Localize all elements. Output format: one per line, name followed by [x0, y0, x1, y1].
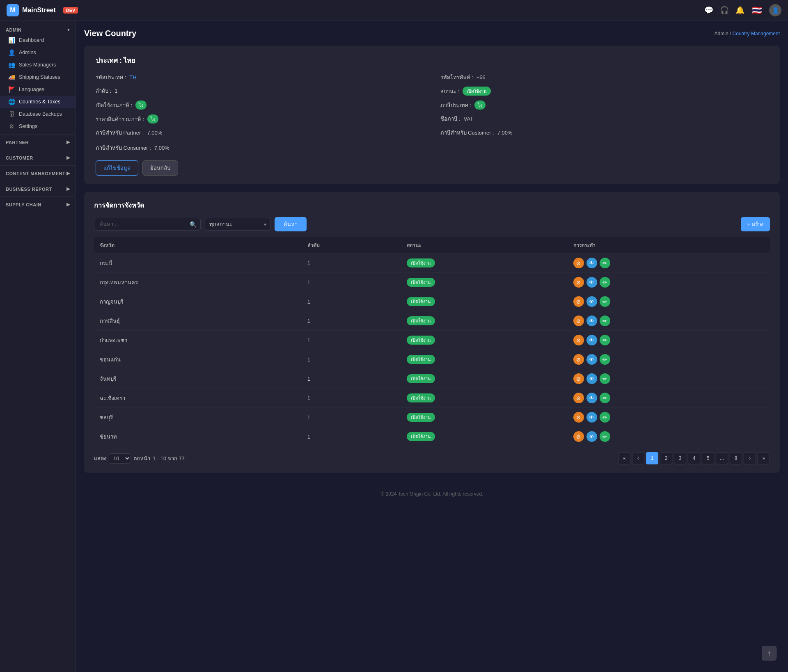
col-action: การกระทำ [568, 237, 770, 254]
edit-button[interactable]: แก้ไขข้อมูล [96, 160, 138, 176]
toggle-action-button[interactable]: ⊘ [573, 315, 584, 326]
table-row: ขอนแก่น 1 เปิดใช้งาน ⊘ 👁 ✏ [94, 350, 770, 369]
sidebar-supply-header[interactable]: SUPPLY CHAIN ▶ [0, 199, 76, 210]
sidebar-partner-header[interactable]: PARTNER ▶ [0, 136, 76, 148]
topnav: M MainStreet DEV 💬 🎧 🔔 🇹🇭 👤 [0, 0, 788, 21]
edit-action-button[interactable]: ✏ [600, 315, 610, 326]
page-btn-4[interactable]: 4 [688, 452, 700, 464]
sidebar-item-languages[interactable]: 🚩 Languages [0, 83, 76, 96]
view-action-button[interactable]: 👁 [586, 373, 597, 384]
per-page-select[interactable]: 10 25 50 [109, 453, 131, 464]
page-btn-1[interactable]: 1 [646, 452, 658, 464]
consumer-tax-value: 7.00% [154, 145, 170, 151]
avatar[interactable]: 👤 [769, 4, 781, 16]
page-next-button[interactable]: › [744, 452, 756, 464]
view-action-button[interactable]: 👁 [586, 393, 597, 403]
tax-enabled-row: เปิดใช้งานภาษี : ไง [96, 101, 424, 110]
page-first-button[interactable]: « [618, 452, 630, 464]
search-button[interactable]: ค้นหา [275, 217, 307, 231]
edit-action-button[interactable]: ✏ [600, 335, 610, 345]
view-action-button[interactable]: 👁 [586, 431, 597, 442]
status-badge: เปิดใช้งาน [463, 87, 491, 96]
sidebar-admin-header[interactable]: ADMIN ▾ [0, 24, 76, 34]
edit-action-button[interactable]: ✏ [600, 393, 610, 403]
province-order: 1 [302, 389, 401, 408]
edit-action-button[interactable]: ✏ [600, 431, 610, 442]
sidebar-item-admins[interactable]: 👤 Admins [0, 46, 76, 59]
language-flag[interactable]: 🇹🇭 [751, 5, 763, 16]
back-button[interactable]: ย้อนกลับ [142, 160, 178, 176]
view-action-button[interactable]: 👁 [586, 258, 597, 268]
create-button[interactable]: + สร้าง [741, 217, 770, 231]
country-tax-row: ภาษีประเทศ : ไง [440, 101, 769, 110]
page-last-button[interactable]: » [758, 452, 770, 464]
toggle-action-button[interactable]: ⊘ [573, 431, 584, 442]
main-content: View Country Admin / Country Management … [76, 21, 788, 672]
search-input[interactable] [94, 218, 201, 231]
phone-label: รหัสโทรศัพท์ : [440, 73, 473, 82]
sidebar-item-sales-managers[interactable]: 👥 Sales Managers [0, 59, 76, 71]
per-page-label: ต่อหน้า [133, 454, 150, 463]
view-action-button[interactable]: 👁 [586, 315, 597, 326]
page-prev-button[interactable]: ‹ [632, 452, 644, 464]
province-name: ชัยนาท [94, 427, 302, 446]
page-btn-3[interactable]: 3 [674, 452, 686, 464]
sidebar-customer-header[interactable]: CUSTOMER ▶ [0, 152, 76, 164]
edit-action-button[interactable]: ✏ [600, 373, 610, 384]
toggle-action-button[interactable]: ⊘ [573, 335, 584, 345]
toggle-action-button[interactable]: ⊘ [573, 393, 584, 403]
logo[interactable]: M MainStreet DEV [7, 4, 78, 16]
toggle-action-button[interactable]: ⊘ [573, 277, 584, 288]
support-icon[interactable]: 🎧 [720, 6, 729, 15]
status-filter[interactable]: ทุกสถานะ เปิดใช้งาน ปิดใช้งาน [205, 218, 270, 231]
province-status: เปิดใช้งาน [401, 350, 567, 369]
globe-icon: 🌐 [8, 98, 15, 105]
scroll-up-button[interactable]: ↑ [762, 646, 777, 661]
province-status: เปิดใช้งาน [401, 408, 567, 427]
breadcrumb-admin[interactable]: Admin [715, 31, 728, 37]
toggle-action-button[interactable]: ⊘ [573, 373, 584, 384]
toggle-action-button[interactable]: ⊘ [573, 412, 584, 423]
page-btn-8[interactable]: 8 [730, 452, 742, 464]
edit-action-button[interactable]: ✏ [600, 296, 610, 307]
sidebar-item-shipping-statuses[interactable]: 🚚 Shipping Statuses [0, 71, 76, 83]
sidebar-content-header[interactable]: CONTENT MANAGEMENT ▶ [0, 167, 76, 179]
chat-icon[interactable]: 💬 [704, 6, 713, 15]
sidebar-item-database-backups[interactable]: 🗄 Database Backups [0, 108, 76, 120]
toggle-action-button[interactable]: ⊘ [573, 296, 584, 307]
province-name: กรุงเทพมหานคร [94, 273, 302, 292]
show-label: แสดง [94, 454, 106, 463]
page-btn-5[interactable]: 5 [702, 452, 714, 464]
edit-action-button[interactable]: ✏ [600, 277, 610, 288]
view-action-button[interactable]: 👁 [586, 354, 597, 365]
province-actions: ⊘ 👁 ✏ [568, 331, 770, 350]
sidebar-item-dashboard[interactable]: 📊 Dashboard [0, 34, 76, 46]
consumer-tax-label: ภาษีสำหรับ Consumer : [96, 144, 151, 152]
province-status-badge: เปิดใช้งาน [407, 413, 435, 422]
page-btn-2[interactable]: 2 [660, 452, 672, 464]
action-icons: ⊘ 👁 ✏ [573, 393, 764, 403]
sidebar: ADMIN ▾ 📊 Dashboard 👤 Admins 👥 Sales Man… [0, 21, 76, 672]
code-value: TH [129, 74, 136, 80]
bell-icon[interactable]: 🔔 [735, 6, 744, 15]
settings-icon: ⚙ [8, 123, 15, 130]
toggle-action-button[interactable]: ⊘ [573, 258, 584, 268]
breadcrumb-current: Country Management [733, 31, 780, 37]
sidebar-item-settings[interactable]: ⚙ Settings [0, 120, 76, 133]
view-action-button[interactable]: 👁 [586, 412, 597, 423]
province-status-badge: เปิดใช้งาน [407, 258, 435, 267]
view-action-button[interactable]: 👁 [586, 335, 597, 345]
edit-action-button[interactable]: ✏ [600, 412, 610, 423]
edit-action-button[interactable]: ✏ [600, 354, 610, 365]
edit-action-button[interactable]: ✏ [600, 258, 610, 268]
province-status-badge: เปิดใช้งาน [407, 297, 435, 306]
table-row: ชลบุรี 1 เปิดใช้งาน ⊘ 👁 ✏ [94, 408, 770, 427]
sidebar-business-header[interactable]: BUSINESS REPORT ▶ [0, 183, 76, 195]
topnav-right: 💬 🎧 🔔 🇹🇭 👤 [704, 4, 781, 16]
view-action-button[interactable]: 👁 [586, 296, 597, 307]
province-actions: ⊘ 👁 ✏ [568, 254, 770, 273]
toggle-action-button[interactable]: ⊘ [573, 354, 584, 365]
action-icons: ⊘ 👁 ✏ [573, 354, 764, 365]
view-action-button[interactable]: 👁 [586, 277, 597, 288]
sidebar-item-countries-taxes[interactable]: 🌐 Countries & Taxes [0, 96, 76, 108]
